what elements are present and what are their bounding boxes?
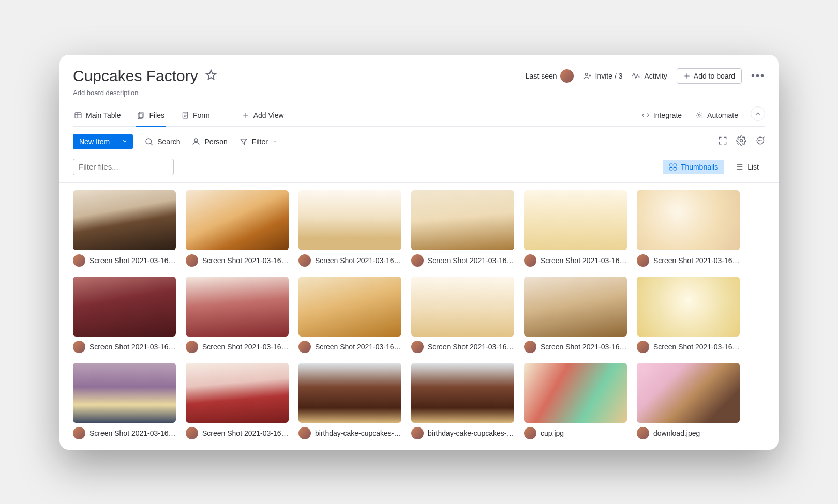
file-thumbnail	[637, 277, 740, 337]
file-thumbnail	[298, 190, 401, 250]
file-name: Screen Shot 2021-03-16 a...	[653, 256, 740, 265]
file-thumbnail	[298, 277, 401, 337]
automate-button[interactable]: Automate	[694, 106, 739, 121]
integrate-button[interactable]: Integrate	[640, 106, 683, 121]
settings-button[interactable]	[736, 135, 746, 148]
file-meta: cup.jpg	[524, 427, 627, 439]
files-grid: Screen Shot 2021-03-16 a... Screen Shot …	[73, 190, 765, 439]
add-view-button[interactable]: Add View	[241, 106, 285, 126]
file-meta: birthday-cake-cupcakes-w...	[411, 427, 514, 439]
tab-files[interactable]: Files	[136, 106, 166, 127]
avatar	[411, 254, 424, 267]
file-card[interactable]: birthday-cake-cupcakes-w...	[411, 363, 514, 439]
tab-form-label: Form	[193, 111, 210, 119]
views-tabs: Main Table Files Form Add View Integrate	[73, 106, 765, 127]
avatar	[637, 254, 649, 267]
title-wrap: Cupcakes Factory	[73, 67, 217, 85]
svg-line-19	[151, 143, 153, 145]
file-card[interactable]: Screen Shot 2021-03-16 a...	[524, 190, 627, 267]
file-card[interactable]: Screen Shot 2021-03-16 a...	[298, 190, 401, 267]
invite-label: Invite / 3	[595, 72, 623, 80]
file-card[interactable]: Screen Shot 2021-03-16 a...	[411, 190, 514, 267]
file-meta: Screen Shot 2021-03-16 a...	[186, 254, 289, 267]
file-name: Screen Shot 2021-03-16 a...	[202, 343, 289, 351]
invite-button[interactable]: Invite / 3	[583, 71, 623, 81]
tab-main-table[interactable]: Main Table	[73, 106, 122, 126]
file-card[interactable]: Screen Shot 2021-03-16 a...	[73, 363, 176, 439]
tab-main-label: Main Table	[86, 111, 121, 119]
thumbnails-view-button[interactable]: Thumbnails	[663, 160, 724, 174]
avatar	[637, 427, 649, 439]
person-filter-button[interactable]: Person	[191, 137, 227, 146]
new-item-dropdown[interactable]	[116, 134, 133, 149]
file-card[interactable]: Screen Shot 2021-03-16 a...	[73, 277, 176, 353]
file-thumbnail	[411, 277, 514, 337]
filter-button[interactable]: Filter	[239, 137, 278, 146]
file-card[interactable]: Screen Shot 2021-03-16 a...	[298, 277, 401, 353]
tab-files-label: Files	[149, 111, 164, 119]
file-card[interactable]: Screen Shot 2021-03-16 a...	[411, 277, 514, 353]
file-card[interactable]: Screen Shot 2021-03-16 a...	[524, 277, 627, 353]
file-card[interactable]: Screen Shot 2021-03-16 a...	[186, 277, 289, 353]
comments-button[interactable]	[755, 135, 765, 148]
header-actions: Last seen Invite / 3 Activity Add to boa…	[526, 68, 765, 84]
board-description[interactable]: Add board description	[73, 89, 765, 97]
file-card[interactable]: cup.jpg	[524, 363, 627, 439]
add-to-board-button[interactable]: Add to board	[677, 68, 742, 84]
file-card[interactable]: Screen Shot 2021-03-16 a...	[637, 190, 740, 267]
filter-files-field[interactable]	[79, 162, 177, 171]
avatar	[560, 69, 574, 83]
view-toggle: Thumbnails List	[663, 160, 765, 174]
svg-rect-27	[670, 164, 672, 166]
svg-point-22	[758, 140, 759, 141]
tab-form[interactable]: Form	[180, 106, 211, 126]
svg-point-23	[760, 140, 760, 141]
file-card[interactable]: Screen Shot 2021-03-16 a...	[186, 190, 289, 267]
avatar	[298, 427, 311, 439]
fullscreen-button[interactable]	[717, 135, 728, 148]
svg-rect-30	[674, 167, 676, 170]
file-card[interactable]: birthday-cake-cupcakes-w...	[298, 363, 401, 439]
new-item-button[interactable]: New Item	[73, 134, 133, 149]
file-card[interactable]: Screen Shot 2021-03-16 a...	[186, 363, 289, 439]
file-thumbnail	[524, 190, 627, 250]
avatar	[411, 341, 424, 353]
avatar	[298, 254, 311, 267]
file-name: birthday-cake-cupcakes-w...	[428, 429, 514, 437]
filter-label: Filter	[252, 138, 268, 146]
more-menu-button[interactable]: •••	[751, 70, 765, 82]
divider	[226, 110, 226, 121]
file-card[interactable]: Screen Shot 2021-03-16 a...	[73, 190, 176, 267]
file-name: Screen Shot 2021-03-16 a...	[315, 343, 401, 351]
list-label: List	[747, 163, 759, 171]
svg-point-20	[194, 139, 198, 142]
last-seen[interactable]: Last seen	[526, 69, 574, 83]
file-meta: Screen Shot 2021-03-16 a...	[73, 341, 176, 353]
file-name: cup.jpg	[541, 429, 564, 437]
file-meta: Screen Shot 2021-03-16 a...	[637, 341, 740, 353]
file-meta: Screen Shot 2021-03-16 a...	[524, 254, 627, 267]
collapse-button[interactable]	[751, 106, 765, 121]
svg-marker-0	[206, 70, 216, 79]
search-label: Search	[157, 138, 180, 146]
file-thumbnail	[186, 363, 289, 423]
activity-button[interactable]: Activity	[632, 71, 667, 81]
file-name: Screen Shot 2021-03-16 a...	[202, 429, 289, 437]
add-view-label: Add View	[253, 111, 284, 119]
file-meta: Screen Shot 2021-03-16 a...	[73, 254, 176, 267]
search-button[interactable]: Search	[144, 137, 180, 146]
avatar	[73, 427, 85, 439]
svg-point-21	[740, 139, 743, 142]
filter-files-input[interactable]	[73, 159, 174, 175]
divider-line	[59, 182, 779, 183]
file-card[interactable]: download.jpeg	[637, 363, 740, 439]
automate-label: Automate	[707, 111, 738, 119]
avatar	[186, 254, 198, 267]
file-name: Screen Shot 2021-03-16 a...	[653, 343, 740, 351]
list-view-button[interactable]: List	[729, 160, 765, 174]
favorite-star-button[interactable]	[205, 69, 217, 83]
avatar	[524, 341, 536, 353]
add-to-board-label: Add to board	[694, 72, 735, 80]
file-card[interactable]: Screen Shot 2021-03-16 a...	[637, 277, 740, 353]
avatar	[637, 341, 649, 353]
